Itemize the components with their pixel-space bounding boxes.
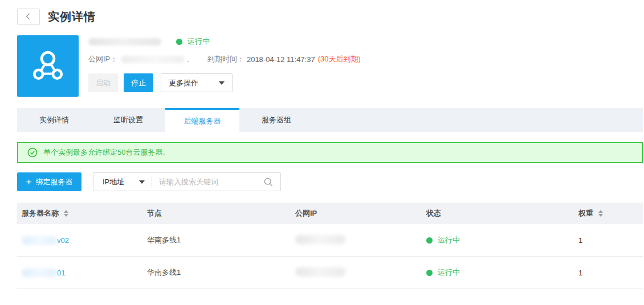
public-ip-dot: .: [187, 55, 189, 64]
page-header: 实例详情: [17, 8, 643, 25]
weight-cell: 1: [578, 269, 643, 277]
server-name-link[interactable]: v02: [57, 236, 69, 245]
server-name-cell: v02: [17, 236, 147, 245]
instance-name-redacted: [88, 38, 161, 46]
sort-icon[interactable]: [64, 210, 68, 217]
chevron-left-icon: [23, 11, 34, 22]
table-header: 服务器名称 节点 公网IP 状态 权重: [17, 203, 643, 224]
expire-warning: (30天后到期): [318, 54, 361, 64]
public-ip-redacted: [121, 56, 185, 63]
tab-backend-servers[interactable]: 后端服务器: [165, 108, 239, 132]
chevron-down-icon: [219, 81, 225, 85]
backend-servers-table: 服务器名称 节点 公网IP 状态 权重 v02 华: [17, 203, 643, 289]
search-filter-dropdown[interactable]: IP地址: [93, 173, 152, 191]
column-server-name: 服务器名称: [17, 208, 147, 219]
search-filter-value: IP地址: [103, 177, 124, 187]
sort-asc-icon: [64, 210, 68, 213]
table-row: v02 华南多线1 运行中 1: [17, 224, 643, 257]
status-cell: 运行中: [426, 267, 578, 278]
public-ip-cell: [295, 235, 426, 246]
column-public-ip: 公网IP: [295, 208, 426, 219]
search-icon: [263, 177, 274, 187]
tab-server-group[interactable]: 服务器组: [239, 108, 313, 132]
back-button[interactable]: [17, 9, 40, 25]
sort-asc-icon: [598, 210, 603, 213]
sort-desc-icon: [598, 214, 603, 217]
server-name-link[interactable]: 01: [57, 269, 65, 277]
load-balancer-icon: [17, 35, 79, 97]
chevron-down-icon: [139, 180, 145, 184]
node-cell: 华南多线1: [147, 235, 295, 245]
instance-detail-page: 实例详情 运行中 公网IP：: [17, 8, 643, 289]
stop-button[interactable]: 停止: [124, 73, 153, 92]
column-server-name-label: 服务器名称: [22, 208, 59, 219]
more-actions-label: 更多操作: [169, 78, 198, 88]
search-button[interactable]: [261, 173, 280, 191]
instance-summary: 运行中 公网IP： . 到期时间： 2018-04-12 11:47:37 (3…: [17, 35, 643, 98]
bind-server-button[interactable]: + 绑定服务器: [17, 172, 81, 191]
column-status: 状态: [426, 208, 578, 219]
more-actions-dropdown[interactable]: 更多操作: [161, 73, 233, 92]
public-ip-redacted: [295, 267, 345, 277]
instance-meta-row: 公网IP： . 到期时间： 2018-04-12 11:47:37 (30天后到…: [88, 55, 361, 64]
search-input[interactable]: [152, 173, 261, 191]
server-name-redacted: [22, 236, 57, 245]
weight-cell: 1: [578, 236, 643, 245]
tab-listener-settings[interactable]: 监听设置: [91, 108, 165, 132]
public-ip-cell: [295, 267, 426, 278]
plus-icon: +: [26, 177, 32, 187]
status-dot-icon: [176, 39, 182, 45]
alert-message: 单个实例最多允许绑定50台云服务器。: [43, 147, 170, 158]
check-circle-icon: [27, 147, 38, 158]
instance-name-row: 运行中: [88, 37, 361, 46]
page-title: 实例详情: [48, 9, 96, 24]
instance-actions: 启动 停止 更多操作: [88, 73, 361, 92]
start-button[interactable]: 启动: [88, 73, 118, 92]
status-label: 运行中: [188, 36, 210, 47]
server-name-cell: 01: [17, 269, 147, 277]
instance-status: 运行中: [176, 36, 210, 47]
status-dot-icon: [426, 237, 433, 244]
toolbar: + 绑定服务器 IP地址: [17, 172, 643, 191]
node-cell: 华南多线1: [147, 267, 295, 278]
expire-time-label: 到期时间：: [207, 54, 244, 64]
tab-instance-detail[interactable]: 实例详情: [17, 108, 91, 132]
info-alert: 单个实例最多允许绑定50台云服务器。: [17, 142, 643, 163]
public-ip-redacted: [295, 235, 345, 244]
instance-info: 运行中 公网IP： . 到期时间： 2018-04-12 11:47:37 (3…: [88, 35, 361, 98]
status-label: 运行中: [438, 267, 460, 278]
status-label: 运行中: [438, 235, 460, 245]
status-dot-icon: [426, 270, 433, 276]
sort-icon[interactable]: [598, 210, 603, 217]
expire-time-value: 2018-04-12 11:47:37: [247, 55, 315, 64]
column-weight-label: 权重: [578, 208, 593, 219]
search-group: IP地址: [93, 172, 281, 191]
sort-desc-icon: [64, 214, 68, 217]
tab-bar: 实例详情 监听设置 后端服务器 服务器组: [17, 108, 643, 132]
public-ip-label: 公网IP：: [88, 54, 117, 64]
load-balancer-glyph: [28, 47, 67, 85]
bind-server-label: 绑定服务器: [35, 177, 72, 187]
table-row: 01 华南多线1 运行中 1: [17, 257, 643, 289]
status-cell: 运行中: [426, 235, 578, 245]
column-node: 节点: [147, 208, 295, 219]
column-weight: 权重: [578, 208, 643, 219]
server-name-redacted: [22, 269, 57, 277]
